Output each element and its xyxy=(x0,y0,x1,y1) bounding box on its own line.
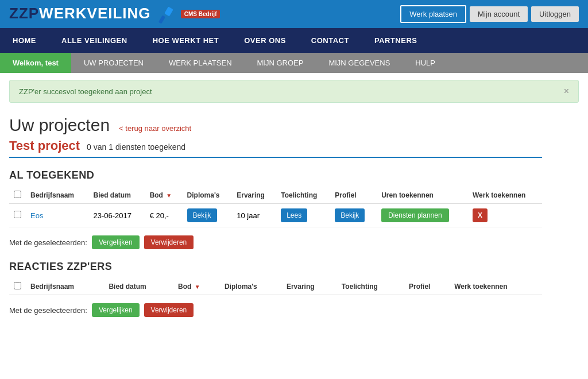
subnav-hulp[interactable]: HULP xyxy=(403,53,448,73)
svg-rect-1 xyxy=(158,16,165,24)
page-title: Uw projecten xyxy=(9,115,110,135)
col-bied-datum-al: Bied datum xyxy=(88,187,145,204)
bekijk-diplomas-button[interactable]: Bekijk xyxy=(187,208,217,222)
vergelijken-button-reacties[interactable]: Vergelijken xyxy=(92,303,140,317)
logo-area: ZZPWERKVEILING CMS Bedrijf xyxy=(9,5,220,24)
main-nav: HOME ALLE VEILINGEN HOE WERKT HET OVER O… xyxy=(0,28,588,53)
al-toegekend-table: Bedrijfsnaam Bied datum Bod ▼ Diploma's … xyxy=(9,187,542,227)
reacties-table: Bedrijfsnaam Bied datum Bod ▼ Diploma's … xyxy=(9,279,542,295)
cell-profiel-al-1: Bekijk xyxy=(330,204,377,227)
cell-uren-al-1: Diensten plannen xyxy=(377,204,468,227)
bedrijfsnaam-link[interactable]: Eos xyxy=(30,211,43,220)
col-diplomas-reacties: Diploma's xyxy=(220,279,282,295)
select-all-checkbox-al[interactable] xyxy=(14,191,21,198)
content: Uw projecten < terug naar overzicht Test… xyxy=(0,110,551,334)
uitloggen-button[interactable]: Uitloggen xyxy=(531,6,579,22)
logo-zzp: ZZP xyxy=(9,5,39,22)
bekijk-profiel-button[interactable]: Bekijk xyxy=(335,208,365,222)
col-diplomas-al: Diploma's xyxy=(183,187,233,204)
col-ervaring-reacties: Ervaring xyxy=(282,279,337,295)
mijn-account-button[interactable]: Mijn account xyxy=(470,6,528,22)
col-bod-reacties[interactable]: Bod ▼ xyxy=(173,279,220,295)
with-selected-label-al: Met de geselecteerden: xyxy=(9,238,87,247)
top-bar: ZZPWERKVEILING CMS Bedrijf Werk plaatsen… xyxy=(0,0,588,28)
nav-partners[interactable]: PARTNERS xyxy=(362,28,430,53)
with-selected-al: Met de geselecteerden: Vergelijken Verwi… xyxy=(9,235,542,249)
sort-arrow-al: ▼ xyxy=(166,192,172,199)
col-toelichting-reacties: Toelichting xyxy=(337,279,404,295)
col-werk-al: Werk toekennen xyxy=(468,187,542,204)
section-reacties-title: REACTIES ZZP'ERS xyxy=(9,261,542,273)
hammer-icon xyxy=(158,5,176,24)
lees-button[interactable]: Lees xyxy=(281,208,307,222)
subnav-mijn-gegevens[interactable]: MIJN GEGEVENS xyxy=(316,53,403,73)
nav-alle-veilingen[interactable]: ALLE VEILINGEN xyxy=(49,28,140,53)
col-checkbox-reacties xyxy=(9,279,26,295)
section-al-toegekend-title: AL TOEGEKEND xyxy=(9,169,542,181)
subnav-mijn-groep[interactable]: MIJN GROEP xyxy=(245,53,316,73)
top-buttons: Werk plaatsen Mijn account Uitloggen xyxy=(400,5,579,23)
subnav-werk-plaatsen[interactable]: WERK PLAATSEN xyxy=(156,53,245,73)
cell-bod-al-1: € 20,- xyxy=(145,204,183,227)
with-selected-reacties: Met de geselecteerden: Vergelijken Verwi… xyxy=(9,303,542,317)
row-checkbox-al-1[interactable] xyxy=(14,211,21,218)
col-bedrijfsnaam-reacties: Bedrijfsnaam xyxy=(26,279,104,295)
col-profiel-reacties: Profiel xyxy=(404,279,450,295)
nav-home[interactable]: HOME xyxy=(0,28,49,53)
nav-hoe-werkt-het[interactable]: HOE WERKT HET xyxy=(140,28,232,53)
cell-diplomas-al-1: Bekijk xyxy=(183,204,233,227)
logo-veiling: VEILING xyxy=(87,5,151,22)
subnav-welkom[interactable]: Welkom, test xyxy=(0,53,71,73)
alert-message: ZZP'er succesvol toegekend aan project xyxy=(19,87,152,96)
vergelijken-button-al[interactable]: Vergelijken xyxy=(92,235,140,249)
page-title-row: Uw projecten < terug naar overzicht xyxy=(9,115,542,135)
cell-toelichting-al-1: Lees xyxy=(276,204,330,227)
col-profiel-al: Profiel xyxy=(330,187,377,204)
diensten-plannen-button[interactable]: Diensten plannen xyxy=(381,208,448,222)
cell-werk-al-1: X xyxy=(468,204,542,227)
col-bedrijfsnaam-al: Bedrijfsnaam xyxy=(26,187,88,204)
col-bied-datum-reacties: Bied datum xyxy=(104,279,173,295)
table-row: Eos 23-06-2017 € 20,- Bekijk 10 jaar Lee… xyxy=(9,204,542,227)
verwijder-row-button[interactable]: X xyxy=(473,208,488,222)
cell-ervaring-al-1: 10 jaar xyxy=(232,204,276,227)
sort-arrow-reacties: ▼ xyxy=(195,284,200,290)
svg-rect-0 xyxy=(164,7,173,17)
project-title-row: Test project 0 van 1 diensten toegekend xyxy=(9,138,542,158)
alert-success: ZZP'er succesvol toegekend aan project × xyxy=(9,80,579,103)
col-toelichting-al: Toelichting xyxy=(276,187,330,204)
verwijderen-button-al[interactable]: Verwijderen xyxy=(144,235,194,249)
nav-over-ons[interactable]: OVER ONS xyxy=(231,28,299,53)
logo-text: ZZPWERKVEILING xyxy=(9,5,176,24)
select-all-checkbox-reacties[interactable] xyxy=(14,282,21,289)
col-ervaring-al: Ervaring xyxy=(232,187,276,204)
cms-badge: CMS Bedrijf xyxy=(181,10,220,18)
col-uren-al: Uren toekennen xyxy=(377,187,468,204)
sub-nav: Welkom, test UW PROJECTEN WERK PLAATSEN … xyxy=(0,53,588,73)
project-title: Test project xyxy=(9,138,80,153)
logo-werk: WERK xyxy=(39,5,87,22)
alert-close-button[interactable]: × xyxy=(564,86,569,96)
subnav-uw-projecten[interactable]: UW PROJECTEN xyxy=(71,53,156,73)
col-bod-al[interactable]: Bod ▼ xyxy=(145,187,183,204)
col-werk-reacties: Werk toekennen xyxy=(450,279,542,295)
cell-bied-datum-al-1: 23-06-2017 xyxy=(88,204,145,227)
with-selected-label-reacties: Met de geselecteerden: xyxy=(9,306,87,315)
verwijderen-button-reacties[interactable]: Verwijderen xyxy=(144,303,194,317)
werk-plaatsen-button[interactable]: Werk plaatsen xyxy=(400,5,466,23)
cell-bedrijfsnaam-al-1: Eos xyxy=(26,204,88,227)
project-subtitle: 0 van 1 diensten toegekend xyxy=(87,142,185,152)
back-link[interactable]: < terug naar overzicht xyxy=(119,124,191,133)
nav-contact[interactable]: CONTACT xyxy=(299,28,362,53)
col-checkbox xyxy=(9,187,26,204)
